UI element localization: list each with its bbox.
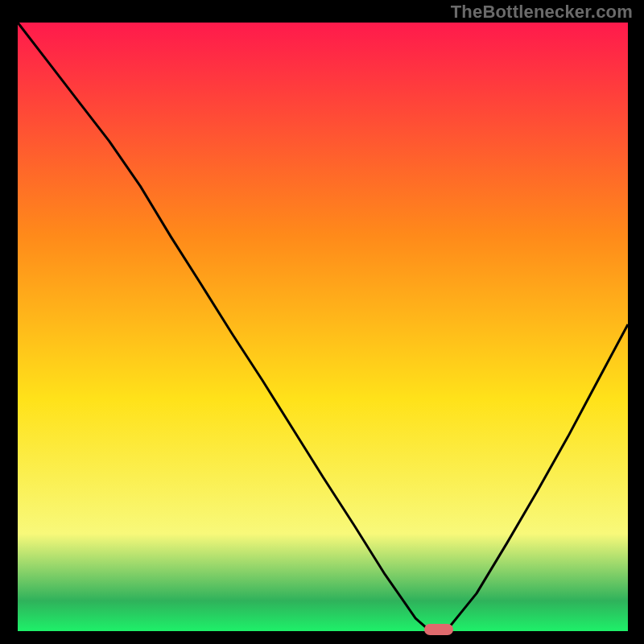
optimal-marker [424, 624, 453, 635]
attribution-label: TheBottlenecker.com [451, 2, 633, 23]
chart-frame: { "attribution": "TheBottlenecker.com", … [0, 0, 644, 644]
bottleneck-chart [0, 0, 644, 644]
gradient-background [18, 23, 628, 631]
